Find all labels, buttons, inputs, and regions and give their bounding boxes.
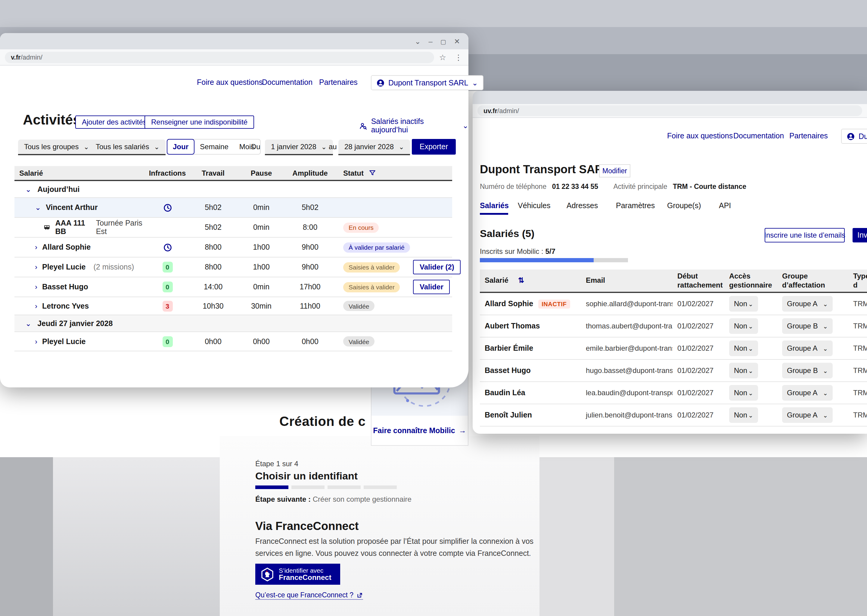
maximize-icon[interactable]: ▢ xyxy=(440,38,446,45)
salarie-row[interactable]: Benoît Julien julien.benoit@dupont-trans… xyxy=(480,404,867,426)
chevron-right-icon[interactable]: › xyxy=(35,264,37,271)
minimize-icon[interactable]: – xyxy=(429,37,433,46)
right-window-urlbar[interactable]: uv.fr/admin/ xyxy=(473,104,867,118)
left-nav-documentation[interactable]: Documentation xyxy=(262,78,312,86)
right-window-tabstrip[interactable] xyxy=(473,91,867,104)
filter-funnel-icon[interactable] xyxy=(369,169,376,177)
employee-name: Vincent Arthur xyxy=(46,203,98,212)
left-window-urlbar[interactable]: v.fr/admin/ ☆ ⋮ xyxy=(0,49,468,66)
franceconnect-info-link[interactable]: Qu’est-ce que FranceConnect ? xyxy=(255,591,363,600)
day-group-row[interactable]: ⌄ Jeudi 27 janvier 2028 xyxy=(14,315,452,332)
from-date-select[interactable]: 1 janvier 2028⌄ xyxy=(265,140,333,155)
chevron-right-icon[interactable]: › xyxy=(35,244,37,251)
franceconnect-button-line2: FranceConnect xyxy=(279,574,331,582)
admin-access-select[interactable]: Non⌄ xyxy=(729,341,758,356)
chevron-down-icon[interactable]: ⌄ xyxy=(35,204,41,211)
validate-button[interactable]: Valider xyxy=(413,280,450,294)
activity-label: Activité principale xyxy=(613,183,667,190)
right-nav-faq[interactable]: Foire aux questions xyxy=(667,132,733,140)
chevron-down-icon[interactable]: ⌄ xyxy=(25,320,31,327)
group-select[interactable]: Groupe B⌄ xyxy=(782,318,833,334)
invite-button[interactable]: Invit xyxy=(853,228,867,242)
left-nav-partenaires[interactable]: Partenaires xyxy=(319,78,358,86)
left-url-field[interactable]: v.fr/admin/ xyxy=(5,52,434,63)
mission-vehicle: AAA 111 BB xyxy=(55,219,91,236)
chevron-down-icon: ⌄ xyxy=(462,122,468,129)
admin-access-select[interactable]: Non⌄ xyxy=(729,407,758,423)
validate-button[interactable]: Valider (2) xyxy=(413,260,461,274)
right-url-field[interactable]: uv.fr/admin/ xyxy=(478,105,862,116)
tab-groupes[interactable]: Groupe(s) xyxy=(667,201,701,210)
mobilic-card-link-row[interactable]: Faire connaître Mobilic → xyxy=(372,416,468,445)
salarie-row[interactable]: Basset Hugo hugo.basset@dupont-transpo..… xyxy=(480,360,867,382)
tab-salaries[interactable]: Salariés xyxy=(480,201,509,210)
salarie-row[interactable]: Baudin Léa lea.baudin@dupont-transport.f… xyxy=(480,382,867,404)
period-day[interactable]: Jour xyxy=(167,139,194,155)
salarie-row[interactable]: Barbier Émile emile.barbier@dupont-trans… xyxy=(480,338,867,360)
status-badge: Saisies à valider xyxy=(343,282,400,292)
right-nav-partenaires[interactable]: Partenaires xyxy=(789,132,828,140)
right-account-menu[interactable]: Dupo xyxy=(841,129,867,144)
infractions-count-badge: 0 xyxy=(162,281,172,292)
kebab-menu-icon[interactable]: ⋮ xyxy=(455,53,462,62)
col-salarie[interactable]: Salarié ⇅ xyxy=(480,276,581,285)
close-icon[interactable]: ✕ xyxy=(454,37,460,46)
statut-cell: Validée xyxy=(335,336,413,347)
group-select[interactable]: Groupe B⌄ xyxy=(782,363,833,379)
salarie-start-date: 01/02/2027 xyxy=(673,389,724,397)
status-badge: En cours xyxy=(343,222,379,233)
day-group-row[interactable]: ⌄ Aujourd’hui xyxy=(14,181,452,198)
salarie-row[interactable]: Aubert Thomas thomas.aubert@dupont-trans… xyxy=(480,315,867,338)
bookmark-star-icon[interactable]: ☆ xyxy=(439,53,446,62)
sort-icon[interactable]: ⇅ xyxy=(518,276,524,285)
group-select[interactable]: Groupe A⌄ xyxy=(782,296,833,312)
chevron-right-icon[interactable]: › xyxy=(35,302,37,310)
admin-access-select[interactable]: Non⌄ xyxy=(729,296,758,312)
period-week[interactable]: Semaine xyxy=(194,140,234,154)
admin-access-select[interactable]: Non⌄ xyxy=(729,385,758,401)
employees-filter-select[interactable]: Tous les salariés⌄ xyxy=(90,140,166,155)
employee-row[interactable]: › Basset Hugo 0 14:00 0min 17h00 Saisies… xyxy=(14,277,452,297)
col-travail: Travail xyxy=(189,169,237,177)
chevron-down-icon[interactable]: ⌄ xyxy=(25,185,31,193)
left-window-tabstrip[interactable] xyxy=(0,33,468,49)
to-date-select[interactable]: 28 janvier 2028⌄ xyxy=(338,140,410,155)
left-nav-faq[interactable]: Foire aux questions xyxy=(197,78,263,86)
modify-button[interactable]: Modifier xyxy=(599,164,631,178)
export-button[interactable]: Exporter xyxy=(412,139,456,155)
group-select[interactable]: Groupe A⌄ xyxy=(782,407,833,423)
salarie-email: emile.barbier@dupont-transp... xyxy=(581,344,673,352)
mission-row[interactable]: AAA 111 BB Tournée Paris Est 5h02 0min 8… xyxy=(14,218,452,237)
add-activities-button[interactable]: Ajouter des activités xyxy=(75,115,153,129)
groups-filter-select[interactable]: Tous les groupes⌄ xyxy=(18,140,95,155)
franceconnect-button-text: S’identifier avec FranceConnect xyxy=(279,567,331,582)
tab-api[interactable]: API xyxy=(719,201,731,210)
employee-row[interactable]: ⌄ Vincent Arthur 5h02 0min 5h02 xyxy=(14,198,452,218)
admin-access-select[interactable]: Non⌄ xyxy=(729,363,758,379)
clock-infraction-icon xyxy=(163,243,172,252)
right-nav-documentation[interactable]: Documentation xyxy=(733,132,784,140)
tab-vehicules[interactable]: Véhicules xyxy=(518,201,550,210)
tab-parametres[interactable]: Paramètres xyxy=(616,201,655,210)
franceconnect-info-link-label[interactable]: Qu’est-ce que FranceConnect ? xyxy=(255,591,353,599)
group-select[interactable]: Groupe A⌄ xyxy=(782,385,833,401)
report-unavailability-button[interactable]: Renseigner une indisponibilité xyxy=(145,115,254,129)
tab-adresses[interactable]: Adresses xyxy=(567,201,598,210)
employee-row[interactable]: › Pleyel Lucie(2 missions) 0 8h00 1h00 9… xyxy=(14,258,452,277)
left-account-menu[interactable]: Dupont Transport SARL ⌄ xyxy=(371,75,484,90)
employee-row[interactable]: › Pleyel Lucie 0 0h00 0h00 0h00 Validée xyxy=(14,332,452,351)
subscribe-email-list-button[interactable]: Inscrire une liste d’emails xyxy=(765,228,845,242)
pause-cell: 1h00 xyxy=(237,243,285,251)
chevron-right-icon[interactable]: › xyxy=(35,283,37,291)
mobilic-card-link-label[interactable]: Faire connaître Mobilic xyxy=(373,426,455,435)
tab-search-chevron-icon[interactable]: ⌄ xyxy=(415,37,421,46)
franceconnect-button[interactable]: S’identifier avec FranceConnect xyxy=(255,564,340,585)
page-title: Activités xyxy=(23,112,81,128)
employee-row[interactable]: › Letronc Yves 3 10h30 30min 11h00 Valid… xyxy=(14,297,452,315)
salarie-row[interactable]: Allard SophieINACTIF sophie.allard@dupon… xyxy=(480,293,867,315)
admin-access-select[interactable]: Non⌄ xyxy=(729,318,758,334)
inactive-employees-dropdown[interactable]: Salariés inactifs aujourd’hui ⌄ xyxy=(359,117,468,134)
chevron-right-icon[interactable]: › xyxy=(35,338,37,345)
employee-row[interactable]: › Allard Sophie 8h00 1h00 9h00 À valider… xyxy=(14,237,452,258)
group-select[interactable]: Groupe A⌄ xyxy=(782,341,833,356)
